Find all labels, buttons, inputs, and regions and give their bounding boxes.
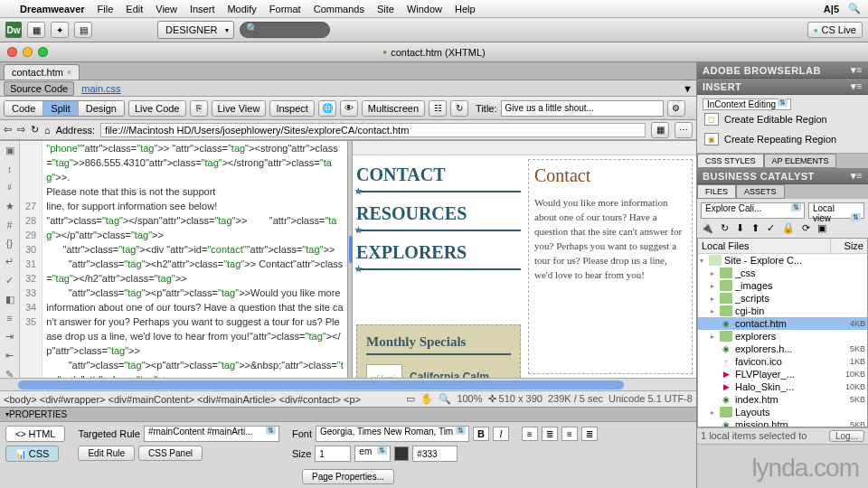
- zoom-level[interactable]: 100%: [457, 393, 482, 405]
- color-swatch[interactable]: [394, 446, 409, 461]
- address-go-icon[interactable]: ▦: [651, 122, 669, 138]
- align-right-button[interactable]: ≡: [561, 427, 578, 441]
- properties-header[interactable]: PROPERTIES: [0, 408, 696, 422]
- live-code-button[interactable]: Live Code: [128, 100, 186, 117]
- color-input[interactable]: [412, 446, 458, 462]
- layout-icon[interactable]: ▦: [27, 22, 45, 38]
- reload-icon[interactable]: ↻: [31, 124, 39, 136]
- align-justify-button[interactable]: ≣: [581, 427, 598, 441]
- file-row[interactable]: ▸_css: [698, 267, 867, 279]
- insert-category[interactable]: InContext Editing: [703, 99, 791, 110]
- menu-help[interactable]: Help: [455, 4, 476, 14]
- forward-icon[interactable]: ⇨: [17, 124, 25, 136]
- code-text[interactable]: "phone""attr">class="tag">> "attr">class…: [42, 141, 347, 378]
- workspace-switcher[interactable]: DESIGNER: [157, 21, 234, 39]
- back-icon[interactable]: ⇦: [4, 124, 12, 136]
- insert-repeating-region[interactable]: ▣Create Repeating Region: [703, 129, 863, 149]
- panel-menu-icon[interactable]: ▾≡: [851, 80, 863, 92]
- address-input[interactable]: [100, 123, 646, 137]
- source-code-button[interactable]: Source Code: [4, 81, 74, 96]
- menu-insert[interactable]: Insert: [190, 4, 215, 14]
- file-row[interactable]: ▾Site - Explore C...: [698, 254, 867, 267]
- menu-site[interactable]: Site: [377, 4, 394, 14]
- zoom-tool-icon[interactable]: 🔍: [439, 393, 451, 405]
- title-options-icon[interactable]: ⚙: [667, 100, 685, 117]
- log-button[interactable]: Log...: [829, 430, 864, 442]
- nav-contact[interactable]: CONTACT: [356, 159, 521, 192]
- minimize-window-icon[interactable]: [23, 47, 33, 57]
- cs-live-button[interactable]: CS Live: [807, 22, 863, 38]
- view-select[interactable]: Local view: [808, 202, 864, 219]
- col-size[interactable]: Size: [831, 239, 867, 253]
- code-pane[interactable]: 27 28 29 30 31 32 33 34 35 "phone""attr"…: [20, 141, 347, 378]
- menu-commands[interactable]: Commands: [314, 4, 364, 14]
- refresh-icon[interactable]: ↻: [450, 100, 468, 117]
- panel-menu-icon[interactable]: ▾≡: [851, 170, 863, 182]
- file-row[interactable]: ◉index.htm5KB: [698, 393, 867, 406]
- file-row[interactable]: ▶FLVPlayer_...10KB: [698, 368, 867, 380]
- split-handle[interactable]: [347, 141, 353, 378]
- design-contact[interactable]: Contact Would you like more information …: [528, 159, 693, 374]
- file-row[interactable]: ◉explorers.h...5KB: [698, 343, 867, 355]
- panel-menu-icon[interactable]: ▾≡: [851, 64, 863, 76]
- app-name[interactable]: Dreamweaver: [20, 4, 85, 14]
- select-tool-icon[interactable]: ▭: [406, 393, 415, 405]
- font-select[interactable]: Georgia, Times New Roman, Tim: [316, 426, 469, 442]
- multiscreen-button[interactable]: Multiscreen: [362, 100, 425, 117]
- site-select[interactable]: Explore Cali...: [701, 202, 805, 219]
- design-pane[interactable]: CONTACT RESOURCES EXPLORERS Monthly Spec…: [353, 141, 696, 378]
- expand-icon[interactable]: ↕: [4, 164, 16, 174]
- zoom-window-icon[interactable]: [38, 47, 48, 57]
- align-left-button[interactable]: ≡: [522, 427, 538, 441]
- insert-header[interactable]: INSERT▾≡: [697, 79, 868, 95]
- connect-icon[interactable]: 🔌: [701, 222, 713, 234]
- contact-paragraph[interactable]: Would you like more information about on…: [534, 195, 686, 282]
- italic-button[interactable]: I: [493, 427, 509, 441]
- checkin-icon[interactable]: 🔒: [782, 222, 795, 234]
- line-numbers-icon[interactable]: #: [4, 220, 16, 230]
- site-icon[interactable]: ▤: [74, 22, 92, 38]
- outdent-icon[interactable]: ⇤: [4, 350, 16, 361]
- refresh-files-icon[interactable]: ↻: [721, 222, 729, 234]
- related-css-link[interactable]: main.css: [81, 83, 120, 94]
- align-center-button[interactable]: ≣: [542, 427, 558, 441]
- assets-tab[interactable]: ASSETS: [736, 184, 785, 199]
- tag-path[interactable]: <body> <div#wrapper> <div#mainContent> <…: [4, 394, 361, 405]
- targeted-rule-select[interactable]: #mainContent #mainArti...: [144, 426, 279, 442]
- highlight-icon[interactable]: {}: [4, 238, 16, 249]
- format-icon[interactable]: ≡: [4, 313, 16, 324]
- browserlab-header[interactable]: ADOBE BROWSERLAB▾≡: [697, 62, 868, 79]
- menu-file[interactable]: File: [98, 4, 114, 14]
- check-icon[interactable]: ⎘: [190, 100, 208, 117]
- css-styles-tab[interactable]: CSS STYLES: [697, 154, 764, 168]
- sync-icon[interactable]: ⟳: [802, 222, 810, 234]
- menu-modify[interactable]: Modify: [227, 4, 256, 14]
- nav-resources[interactable]: RESOURCES: [356, 198, 521, 231]
- menu-window[interactable]: Window: [407, 4, 442, 14]
- size-unit-select[interactable]: em: [354, 446, 391, 462]
- file-row[interactable]: ◉mission.htm5KB: [698, 418, 867, 427]
- checkout-icon[interactable]: ✓: [767, 222, 775, 234]
- balance-icon[interactable]: ★: [4, 201, 16, 212]
- menu-format[interactable]: Format: [269, 4, 301, 14]
- view-design[interactable]: Design: [79, 101, 124, 116]
- view-split[interactable]: Split: [43, 101, 78, 116]
- extend-icon[interactable]: ✦: [51, 22, 69, 38]
- home-icon[interactable]: ⌂: [44, 125, 51, 136]
- page-title-input[interactable]: [501, 100, 664, 117]
- select-parent-icon[interactable]: ♯: [4, 182, 16, 193]
- address-opts-icon[interactable]: ⋯: [675, 122, 693, 138]
- file-row[interactable]: ▫favicon.ico1KB: [698, 355, 867, 368]
- view-code[interactable]: Code: [5, 101, 43, 116]
- search-box[interactable]: 🔍: [240, 22, 330, 38]
- files-tab[interactable]: FILES: [697, 184, 736, 199]
- menu-view[interactable]: View: [156, 4, 177, 14]
- edit-rule-button[interactable]: Edit Rule: [78, 446, 135, 461]
- window-dims[interactable]: ✜ 510 x 390: [488, 393, 542, 405]
- document-tab[interactable]: contact.htm×: [4, 64, 80, 80]
- ap-elements-tab[interactable]: AP ELEMENTS: [764, 154, 837, 168]
- wrap-icon[interactable]: ↵: [4, 256, 16, 267]
- collapse-icon[interactable]: ▣: [4, 145, 16, 156]
- insert-editable-region[interactable]: ▢Create Editable Region: [703, 109, 863, 129]
- nav-explorers[interactable]: EXPLORERS: [356, 237, 521, 270]
